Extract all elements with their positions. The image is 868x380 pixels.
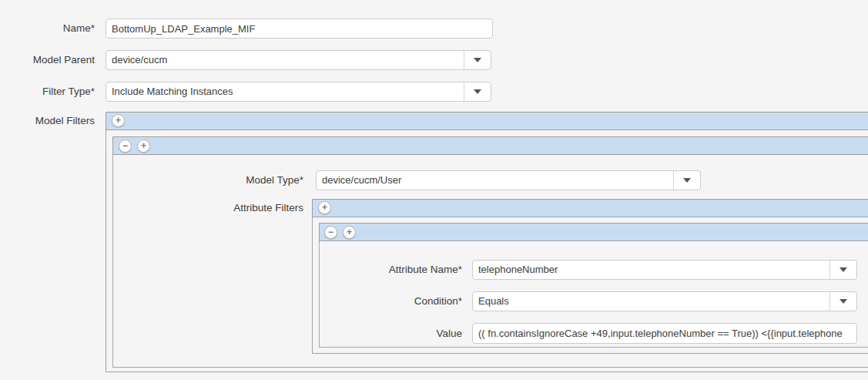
attribute-filter-item-header <box>319 223 868 241</box>
filter-type-value: Include Matching Instances <box>106 82 464 101</box>
chevron-down-icon[interactable] <box>464 82 491 101</box>
model-parent-select[interactable]: device/cucm <box>106 50 491 70</box>
chevron-down-icon[interactable] <box>464 51 491 69</box>
attribute-name-label: Attribute Name* <box>270 260 462 280</box>
name-label: Name* <box>0 18 95 39</box>
filter-type-label: Filter Type* <box>0 82 95 102</box>
condition-select[interactable]: Equals <box>472 291 857 311</box>
model-type-value: device/cucm/User <box>317 171 673 190</box>
model-type-label: Model Type* <box>112 170 303 190</box>
name-input[interactable] <box>106 18 493 39</box>
add-attribute-filter-item-button[interactable]: + <box>343 226 356 239</box>
model-filters-add-bar <box>106 112 868 130</box>
model-filters-label: Model Filters <box>0 112 95 129</box>
model-type-select[interactable]: device/cucm/User <box>316 170 701 190</box>
attribute-name-select[interactable]: telephoneNumber <box>472 260 857 280</box>
add-attribute-filter-button[interactable]: + <box>318 201 331 214</box>
model-parent-value: device/cucm <box>106 51 464 69</box>
attribute-filters-add-bar <box>312 199 868 217</box>
add-model-filter-item-button[interactable]: + <box>137 140 150 153</box>
filter-type-select[interactable]: Include Matching Instances <box>106 82 491 102</box>
add-model-filter-button[interactable]: + <box>112 114 125 127</box>
value-input[interactable] <box>472 323 857 344</box>
condition-label: Condition* <box>270 291 462 311</box>
model-filter-item-header <box>112 136 868 155</box>
attribute-filters-label: Attribute Filters <box>112 199 303 217</box>
chevron-down-icon[interactable] <box>829 261 856 279</box>
form-screen: Name* Model Parent device/cucm Filter Ty… <box>0 0 868 380</box>
remove-attribute-filter-button[interactable]: − <box>324 226 337 239</box>
chevron-down-icon[interactable] <box>829 292 856 311</box>
attribute-name-value: telephoneNumber <box>473 261 829 279</box>
chevron-down-icon[interactable] <box>673 171 700 190</box>
value-label: Value <box>270 323 462 344</box>
model-parent-label: Model Parent <box>0 50 95 70</box>
condition-value: Equals <box>473 292 829 311</box>
remove-model-filter-button[interactable]: − <box>119 140 132 153</box>
